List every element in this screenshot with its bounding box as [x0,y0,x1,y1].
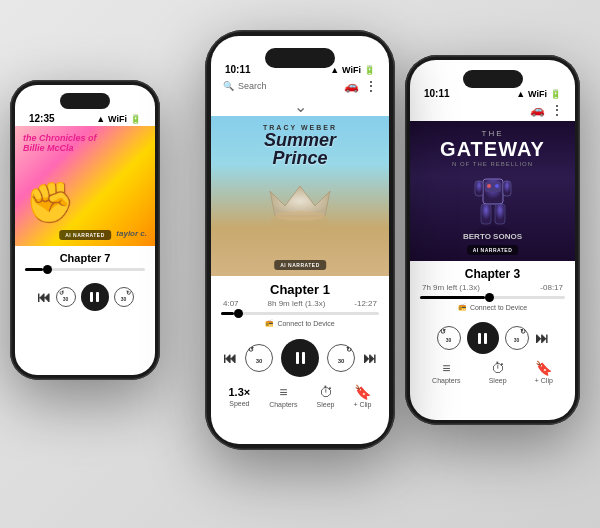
chapter-center: Chapter 1 [221,282,379,297]
car-icon[interactable]: 🚗 [344,79,359,93]
skip-fwd-right[interactable]: ⏭ [535,330,549,346]
nav-icons-center: 🚗 ⋮ [344,79,377,93]
chapter-left: Chapter 7 [25,252,145,264]
cover-billie: the Chronicles ofBillie McCla ✊ taylor c… [15,126,155,246]
dynamic-island-center [265,48,335,68]
progress-right [420,296,565,299]
phone-center-screen: 10:11 ▲ WiFi 🔋 🔍 Search 🚗 ⋮ ⌄ [211,36,389,444]
phone-right: 10:11 ▲ WiFi 🔋 🚗 ⋮ THE GATEWA [405,55,580,425]
cover-art-center: TRACY WEBER SummerPrince [211,116,389,276]
time-row-right: 7h 9m left (1.3x) -08:17 [420,283,565,292]
pause-icon-right [478,333,487,344]
phones-container: 12:35 ▲ WiFi 🔋 the Chronicles ofBillie M… [0,0,600,528]
svg-rect-9 [475,181,483,196]
remaining-center: 8h 9m left (1.3x) [268,299,326,308]
phone-left: 12:35 ▲ WiFi 🔋 the Chronicles ofBillie M… [10,80,160,380]
car-icon-right[interactable]: 🚗 [530,103,545,117]
cover-summer: TRACY WEBER SummerPrince [211,116,389,276]
controls-left: ⏮ ↺ 30 ↻ 30 [15,279,155,313]
cover-art-right: THE GATEWAY N OF THE REBELLION [410,121,575,261]
progress-center [221,312,379,315]
time-left: 12:35 [29,113,55,124]
svg-rect-10 [503,181,511,196]
dynamic-island-right [463,70,523,88]
billie-author: taylor c. [116,229,147,238]
top-nav-right: 🚗 ⋮ [410,101,575,121]
progress-thumb-left [43,265,52,274]
pause-btn-center[interactable] [281,339,319,377]
progress-fill-right [420,296,485,299]
nav-icons-right: 🚗 ⋮ [530,103,563,117]
cover-gateway: THE GATEWAY N OF THE REBELLION [410,121,575,261]
timeleft-center: -12:27 [354,299,377,308]
ai-narrated-center: AI NARRATED [274,260,326,270]
timeleft-right: -08:17 [540,283,563,292]
dynamic-island-left [60,93,110,109]
chapters-center[interactable]: ≡ Chapters [269,385,297,408]
time-right: 10:11 [424,88,450,99]
phone-center: 10:11 ▲ WiFi 🔋 🔍 Search 🚗 ⋮ ⌄ [205,30,395,450]
jump-back-center[interactable]: ↺ 30 [245,344,273,372]
status-icons-center: ▲ WiFi 🔋 [330,65,375,75]
skip-fwd-center[interactable]: ⏭ [363,350,377,366]
clip-right[interactable]: 🔖 + Clip [535,361,553,384]
controls-center: ⏮ ↺ 30 ↻ 30 ⏭ [211,333,389,381]
ai-narrated-right: AI NARRATED [467,245,519,255]
connect-right[interactable]: 📻 Connect to Device [420,303,565,311]
menu-icon-right[interactable]: ⋮ [551,103,563,117]
time-row-center: 4:07 8h 9m left (1.3x) -12:27 [221,299,379,308]
billie-hand: ✊ [25,179,75,226]
svg-rect-7 [481,204,491,224]
status-icons-left: ▲ WiFi 🔋 [96,114,141,124]
pause-icon-center [296,352,305,364]
controls-right: ↺ 30 ↻ 30 ⏭ [410,317,575,357]
ai-narrated-left: AI NARRATED [59,230,111,240]
svg-point-1 [275,211,325,221]
toolbar-right: ≡ Chapters ⏱ Sleep 🔖 + Clip [410,357,575,390]
top-nav-center: 🔍 Search 🚗 ⋮ [211,77,389,97]
progress-left [25,268,145,271]
skip-back-left[interactable]: ⏮ [37,289,51,305]
phone-right-screen: 10:11 ▲ WiFi 🔋 🚗 ⋮ THE GATEWA [410,60,575,420]
status-icons-right: ▲ WiFi 🔋 [516,89,561,99]
sleep-center[interactable]: ⏱ Sleep [317,385,335,408]
speed-center[interactable]: 1.3× Speed [228,386,250,407]
summer-book-title: SummerPrince [211,131,389,167]
progress-thumb-center [234,309,243,318]
phone-left-screen: 12:35 ▲ WiFi 🔋 the Chronicles ofBillie M… [15,85,155,375]
clip-center[interactable]: 🔖 + Clip [353,385,371,408]
book-info-center: Chapter 1 4:07 8h 9m left (1.3x) -12:27 … [211,276,389,333]
chapters-right[interactable]: ≡ Chapters [432,361,460,384]
gateway-author: BERTO SONOS [410,232,575,241]
menu-icon[interactable]: ⋮ [365,79,377,93]
connect-center[interactable]: 📻 Connect to Device [221,319,379,327]
pause-btn-left[interactable] [81,283,109,311]
gateway-title-area: THE GATEWAY N OF THE REBELLION [410,129,575,167]
progress-thumb-right [485,293,494,302]
jump-back-left[interactable]: ↺ 30 [56,287,76,307]
progress-fill-center [221,312,234,315]
book-info-left: Chapter 7 3:10 6h 5m left (1.3x) 📻 Conne… [15,246,155,279]
search-icon: 🔍 [223,81,234,91]
crown-icon [265,181,335,231]
jump-fwd-center[interactable]: ↻ 30 [327,344,355,372]
svg-point-5 [487,184,491,188]
billie-title: the Chronicles ofBillie McCla [23,134,97,154]
svg-rect-8 [495,204,505,224]
chapter-right: Chapter 3 [420,267,565,281]
progress-fill-left [25,268,43,271]
pause-btn-right[interactable] [467,322,499,354]
toolbar-center: 1.3× Speed ≡ Chapters ⏱ Sleep 🔖 + Clip [211,381,389,414]
search-bar[interactable]: 🔍 Search [223,81,267,91]
jump-back-right[interactable]: ↺ 30 [437,326,461,350]
time-center: 10:11 [225,64,251,75]
jump-fwd-left[interactable]: ↻ 30 [114,287,134,307]
book-info-right: Chapter 3 7h 9m left (1.3x) -08:17 📻 Con… [410,261,575,317]
elapsed-center: 4:07 [223,299,239,308]
skip-back-center[interactable]: ⏮ [223,350,237,366]
elapsed-right: 7h 9m left (1.3x) [422,283,480,292]
chevron-down[interactable]: ⌄ [211,97,389,116]
jump-fwd-right[interactable]: ↻ 30 [505,326,529,350]
sleep-right[interactable]: ⏱ Sleep [489,361,507,384]
cover-art-left: the Chronicles ofBillie McCla ✊ taylor c… [15,126,155,246]
